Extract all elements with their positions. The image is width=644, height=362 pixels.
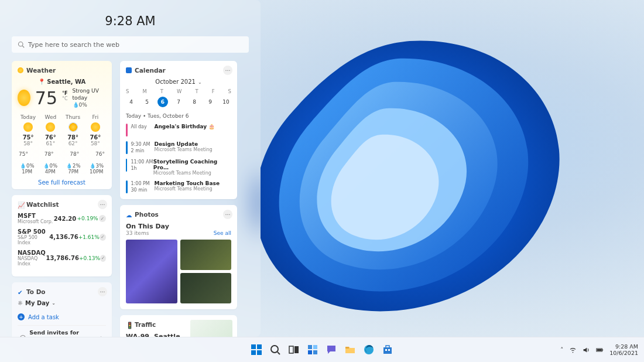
svg-rect-11 xyxy=(313,345,317,349)
photos-grid xyxy=(126,240,231,303)
traffic-icon: 🚦 xyxy=(126,322,132,327)
svg-rect-10 xyxy=(308,345,312,349)
svg-rect-14 xyxy=(345,347,349,349)
todo-card[interactable]: ✔To Do ⋯ ☼My Day⌄ +Add a task Send invit… xyxy=(12,282,112,337)
weather-uv: Strong UV today💧0% xyxy=(73,87,106,108)
calendar-title: Calendar xyxy=(135,67,166,74)
todo-icon: ✔ xyxy=(18,289,23,295)
traffic-card[interactable]: 🚦Traffic WA-99, Seattle Moderate traffic xyxy=(120,315,237,337)
traffic-title: Traffic xyxy=(135,321,156,328)
svg-point-6 xyxy=(271,346,278,353)
weather-hourly-precip: 💧0%1PM 💧0%4PM 💧2%7PM 💧3%10PM xyxy=(18,163,106,175)
calendar-event[interactable]: 11:00 AM1hStorytelling Coaching Pro…Micr… xyxy=(126,159,231,176)
search-placeholder: Type here to search the web xyxy=(28,41,119,49)
edge-button[interactable] xyxy=(361,342,376,357)
taskview-button[interactable] xyxy=(286,342,302,357)
weather-icon xyxy=(18,67,23,73)
tray-chevron-icon[interactable]: ˄ xyxy=(560,347,563,353)
svg-rect-18 xyxy=(385,349,387,351)
photos-count: 33 items xyxy=(126,230,149,236)
weather-title: Weather xyxy=(26,67,56,74)
chat-button[interactable] xyxy=(324,342,339,357)
taskbar: ˄ 9:28 AM10/6/2021 xyxy=(0,337,644,362)
calendar-event[interactable]: 9:30 AM2 minDesign UpdateMicrosoft Teams… xyxy=(126,141,231,154)
photos-more-icon[interactable]: ⋯ xyxy=(223,210,232,219)
todo-add-task[interactable]: +Add a task xyxy=(18,311,106,323)
watchlist-title: Watchlist xyxy=(26,201,59,208)
stock-row[interactable]: MSFTMicrosoft Corp. 242.20 +0.19% ✓ xyxy=(18,213,106,224)
weather-temp: 75 xyxy=(35,88,57,108)
panel-clock: 9:28 AM xyxy=(12,14,249,28)
calendar-more-icon[interactable]: ⋯ xyxy=(223,66,232,75)
chevron-down-icon: ⌄ xyxy=(198,80,202,85)
widgets-button[interactable] xyxy=(305,342,320,357)
chevron-down-icon: ⌄ xyxy=(52,300,56,306)
weather-card[interactable]: Weather 📍 Seattle, WA 75 °F°C Strong UV … xyxy=(12,61,112,189)
photo-thumb[interactable] xyxy=(126,240,177,303)
svg-rect-19 xyxy=(388,349,390,351)
svg-rect-3 xyxy=(257,344,262,349)
check-icon[interactable]: ✓ xyxy=(100,234,106,241)
calendar-event[interactable]: 1:00 PM30 minMarketing Touch BaseMicroso… xyxy=(126,180,231,193)
calendar-event[interactable]: All dayAngela's Birthday 🎂 xyxy=(126,124,231,136)
weather-forecast-link[interactable]: See full forecast xyxy=(18,179,106,186)
calendar-month-selector[interactable]: October 2021⌄ xyxy=(126,78,231,85)
svg-rect-9 xyxy=(294,346,299,353)
search-input[interactable]: Type here to search the web xyxy=(12,36,249,53)
photo-thumb[interactable] xyxy=(180,240,232,270)
svg-rect-21 xyxy=(602,349,603,350)
calendar-days-row[interactable]: 4 5 6 7 8 9 10 xyxy=(126,97,231,107)
battery-icon[interactable] xyxy=(596,346,604,354)
widgets-panel: 9:28 AM Type here to search the web Weat… xyxy=(0,0,261,337)
watchlist-more-icon[interactable]: ⋯ xyxy=(98,200,107,209)
svg-rect-22 xyxy=(597,349,602,350)
photos-icon: ☁ xyxy=(126,211,132,217)
svg-point-0 xyxy=(19,42,23,47)
start-button[interactable] xyxy=(249,342,264,357)
svg-rect-13 xyxy=(313,350,317,354)
svg-rect-4 xyxy=(251,350,256,355)
calendar-card[interactable]: Calendar ⋯ October 2021⌄ SMTWTFS 4 5 6 7… xyxy=(120,61,237,199)
explorer-button[interactable] xyxy=(342,342,358,357)
stock-row[interactable]: S&P 500S&P 500 Index 4,136.76 +1.61% ✓ xyxy=(18,228,106,245)
check-icon[interactable]: ✓ xyxy=(100,255,106,262)
wallpaper-bloom xyxy=(222,23,597,340)
svg-rect-17 xyxy=(386,346,389,348)
photos-card[interactable]: ☁Photos ⋯ On This Day 33 itemsSee all xyxy=(120,205,237,309)
watchlist-icon: 📈 xyxy=(18,202,23,207)
traffic-map-thumb xyxy=(190,320,232,337)
calendar-weekday-row: SMTWTFS xyxy=(126,88,231,94)
watchlist-card[interactable]: 📈Watchlist ⋯ MSFTMicrosoft Corp. 242.20 … xyxy=(12,195,112,276)
calendar-today-label: Today • Tues, October 6 xyxy=(126,113,231,119)
svg-rect-12 xyxy=(308,350,312,354)
sun-icon xyxy=(18,90,30,106)
plus-icon: + xyxy=(18,313,25,320)
svg-rect-8 xyxy=(289,346,293,353)
system-tray[interactable]: ˄ 9:28 AM10/6/2021 xyxy=(560,343,638,356)
weather-forecast-days: Today75°58° Wed76°61° Thurs78°62° Fri76°… xyxy=(18,114,106,146)
photos-heading: On This Day xyxy=(126,223,231,230)
weather-location: 📍 Seattle, WA xyxy=(18,78,106,85)
svg-line-7 xyxy=(278,352,280,354)
sun-outline-icon: ☼ xyxy=(18,300,23,306)
taskbar-center xyxy=(249,342,395,357)
photos-seeall-link[interactable]: See all xyxy=(214,230,231,236)
store-button[interactable] xyxy=(380,342,395,357)
weather-units[interactable]: °F°C xyxy=(62,91,68,101)
wifi-icon[interactable] xyxy=(569,346,577,354)
svg-line-1 xyxy=(22,46,24,47)
volume-icon[interactable] xyxy=(583,346,590,354)
todo-task-row[interactable]: Send invites for reviewQuarterly plannin… xyxy=(18,325,106,337)
search-icon xyxy=(18,41,25,48)
stock-row[interactable]: NASDAQNASDAQ Index 13,786.76 +0.13% ✓ xyxy=(18,250,106,267)
svg-rect-2 xyxy=(251,344,256,349)
calendar-icon xyxy=(126,67,132,73)
search-button[interactable] xyxy=(268,342,283,357)
photo-thumb[interactable] xyxy=(180,273,232,303)
svg-rect-5 xyxy=(257,350,262,355)
photos-title: Photos xyxy=(135,211,159,218)
todo-more-icon[interactable]: ⋯ xyxy=(98,287,107,296)
todo-myday[interactable]: ☼My Day⌄ xyxy=(18,300,106,306)
check-icon[interactable]: ✓ xyxy=(99,215,106,222)
tray-clock[interactable]: 9:28 AM10/6/2021 xyxy=(609,343,638,356)
